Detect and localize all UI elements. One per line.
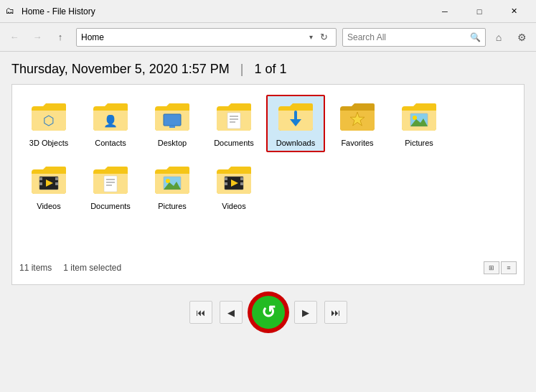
svg-rect-18 [55, 182, 58, 185]
up-button[interactable]: ↑ [50, 27, 70, 47]
svg-rect-30 [240, 177, 243, 180]
count-text: 1 of 1 [255, 62, 287, 76]
forward-button[interactable]: → [27, 27, 47, 47]
address-refresh-button[interactable]: ↻ [316, 29, 332, 45]
folder-icon-downloads [277, 101, 314, 135]
next-icon: ▶ [302, 307, 309, 318]
folder-icon-videos [30, 164, 67, 198]
title-bar: 🗂 Home - File History ─ □ ✕ [0, 0, 536, 23]
minimize-button[interactable]: ─ [428, 0, 461, 23]
folder-icon-contacts: 👤 [92, 101, 129, 135]
view-list-button[interactable]: ≡ [501, 261, 517, 274]
last-button[interactable]: ⏭ [324, 301, 347, 324]
svg-text:⬡: ⬡ [43, 113, 55, 128]
window-title: Home - File History [22, 6, 428, 17]
search-input[interactable] [347, 32, 470, 42]
file-label-pictures: Pictures [405, 138, 433, 148]
address-chevron-icon[interactable]: ▾ [309, 33, 313, 41]
folder-icon-3dobjects: ⬡ [30, 101, 67, 135]
view-grid-button[interactable]: ⊞ [484, 261, 499, 274]
file-label-documents2: Documents [90, 201, 131, 211]
address-bar: ▾ ↻ [76, 28, 337, 47]
svg-rect-4 [227, 113, 240, 129]
address-input[interactable] [81, 32, 309, 42]
last-icon: ⏭ [331, 307, 340, 318]
status-bar: 11 items 1 item selected ⊞ ≡ [19, 257, 517, 277]
folder-icon-pictures [400, 101, 438, 135]
file-item-videos[interactable]: Videos [19, 158, 78, 215]
file-label-downloads: Downloads [276, 138, 315, 148]
restore-icon: ↺ [261, 302, 276, 322]
svg-rect-15 [39, 177, 42, 180]
main-content: Thursday, November 5, 2020 1:57 PM | 1 o… [0, 52, 536, 337]
selected-count: 1 item selected [63, 263, 121, 273]
file-grid-row-2: Videos Documents [19, 155, 517, 218]
file-label-pictures2: Pictures [158, 201, 187, 211]
folder-icon-documents [215, 101, 253, 135]
file-item-3dobjects[interactable]: ⬡ 3D Objects [19, 95, 78, 152]
file-item-desktop[interactable]: Desktop [143, 95, 202, 152]
prev-icon: ◀ [227, 307, 235, 318]
search-bar: 🔍 [342, 28, 486, 47]
first-icon: ⏮ [196, 307, 205, 318]
date-header: Thursday, November 5, 2020 1:57 PM | 1 o… [11, 52, 525, 84]
window-controls: ─ □ ✕ [428, 0, 530, 23]
svg-text:👤: 👤 [103, 114, 118, 128]
maximize-button[interactable]: □ [463, 0, 496, 23]
svg-rect-29 [225, 182, 227, 185]
close-button[interactable]: ✕ [497, 0, 530, 23]
svg-rect-31 [240, 182, 243, 185]
file-item-videos2[interactable]: Videos [204, 158, 263, 215]
first-button[interactable]: ⏮ [189, 301, 212, 324]
svg-rect-20 [104, 176, 117, 192]
file-grid-row-1: ⬡ 3D Objects 👤 Contacts [19, 92, 517, 155]
file-label-videos2: Videos [222, 201, 245, 211]
folder-icon-favorites [339, 101, 376, 135]
restore-button[interactable]: ↺ [250, 294, 287, 331]
folder-icon-videos2 [215, 164, 253, 198]
folder-icon-pictures2 [154, 164, 191, 198]
file-item-documents2[interactable]: Documents [81, 158, 140, 215]
nav-bar: ← → ↑ ▾ ↻ 🔍 ⌂ ⚙ [0, 23, 536, 52]
prev-button[interactable]: ◀ [220, 301, 243, 324]
app-icon: 🗂 [6, 6, 17, 17]
view-icons: ⊞ ≡ [484, 261, 517, 274]
separator: | [240, 62, 248, 76]
svg-rect-3 [169, 126, 175, 128]
next-button[interactable]: ▶ [294, 301, 317, 324]
folder-icon-desktop [154, 101, 191, 135]
file-label-videos: Videos [37, 201, 60, 211]
file-label-favorites: Favorites [341, 138, 373, 148]
file-item-downloads[interactable]: Downloads [266, 95, 325, 152]
file-label-documents: Documents [214, 138, 254, 148]
search-icon: 🔍 [470, 32, 481, 42]
back-button[interactable]: ← [4, 27, 24, 47]
file-label-desktop: Desktop [158, 138, 187, 148]
svg-rect-2 [164, 114, 181, 126]
file-item-pictures2[interactable]: Pictures [143, 158, 202, 215]
file-item-pictures[interactable]: Pictures [390, 95, 448, 152]
file-area: ⬡ 3D Objects 👤 Contacts [11, 84, 525, 285]
home-button[interactable]: ⌂ [489, 27, 509, 47]
file-item-favorites[interactable]: Favorites [328, 95, 387, 152]
settings-button[interactable]: ⚙ [512, 27, 532, 47]
svg-rect-28 [225, 177, 227, 180]
bottom-nav: ⏮ ◀ ↺ ▶ ⏭ [11, 285, 525, 337]
svg-rect-17 [55, 177, 58, 180]
item-count: 11 items [19, 263, 52, 273]
file-item-contacts[interactable]: 👤 Contacts [81, 95, 140, 152]
datetime-text: Thursday, November 5, 2020 1:57 PM [11, 62, 230, 76]
file-item-documents[interactable]: Documents [204, 95, 263, 152]
file-label-3dobjects: 3D Objects [29, 138, 68, 148]
svg-rect-16 [39, 182, 42, 185]
file-label-contacts: Contacts [95, 138, 126, 148]
folder-icon-documents2 [92, 164, 129, 198]
